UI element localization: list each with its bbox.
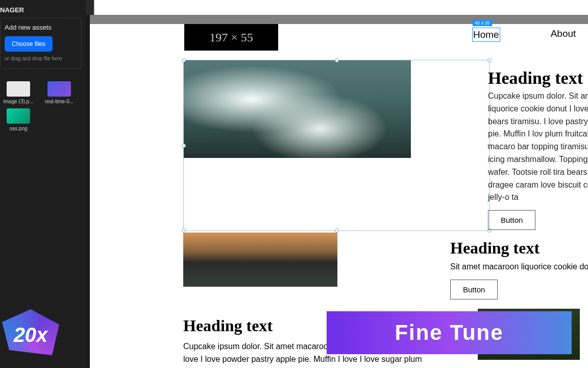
dropzone-hint: or drag and drop file here — [5, 56, 77, 61]
cta-button[interactable]: Button — [488, 210, 535, 230]
nav-link-about[interactable]: About — [551, 28, 576, 41]
fine-tune-overlay: Fine Tune — [327, 311, 572, 354]
selection-size-badge: 45 x 25 — [473, 20, 492, 26]
tab-newpage[interactable]: NewPage × — [86, 0, 588, 15]
resize-handle[interactable] — [182, 144, 186, 148]
cta-button[interactable]: Button — [450, 280, 498, 300]
asset-item[interactable]: oss.png — [0, 108, 37, 131]
body-text[interactable]: Cupcake ipsum dolor. Sit am liquorice co… — [488, 90, 588, 204]
resize-handle[interactable] — [335, 228, 339, 233]
content-block-1[interactable]: Heading text Cupcake ipsum dolor. Sit am… — [488, 68, 588, 230]
asset-item[interactable]: image (3).p... — [0, 81, 37, 104]
asset-filename: real-time-0... — [45, 99, 74, 104]
content-block-2[interactable]: Heading text Sit amet macaroon liquorice… — [450, 239, 588, 300]
body-text[interactable]: Sit amet macaroon liquorice cookie do lo… — [450, 261, 588, 273]
page-tabs: NewPage × Compone... NewPage1 — [86, 0, 588, 15]
twentyx-badge: 20x — [0, 309, 66, 360]
asset-thumbnail — [7, 108, 30, 124]
twentyx-label: 20x — [14, 324, 48, 347]
asset-item[interactable]: real-time-0... — [41, 81, 78, 104]
asset-filename: image (3).p... — [4, 99, 34, 104]
resize-handle[interactable] — [182, 58, 186, 62]
selection-frame[interactable] — [183, 60, 490, 231]
heading[interactable]: Heading text — [450, 239, 588, 258]
resize-handle[interactable] — [182, 228, 186, 233]
section-image-road[interactable] — [183, 233, 337, 287]
resize-handle[interactable] — [335, 58, 339, 62]
logo-placeholder[interactable]: 197 × 55 — [184, 24, 278, 51]
site-nav: 45 x 25 Home About — [473, 28, 576, 41]
choose-files-button[interactable]: Choose files — [5, 36, 53, 52]
asset-dropzone[interactable]: Add new assets Choose files or drag and … — [0, 18, 82, 69]
nav-home-label: Home — [473, 29, 499, 40]
panel-title: NAGER — [0, 6, 82, 18]
heading[interactable]: Heading text — [488, 68, 588, 88]
resize-handle[interactable] — [487, 58, 492, 62]
dropzone-heading: Add new assets — [5, 24, 77, 31]
asset-thumbnail — [7, 81, 30, 97]
asset-grid: image (3).p... real-time-0... oss.png — [0, 81, 82, 131]
nav-link-home[interactable]: 45 x 25 Home — [473, 28, 500, 41]
asset-filename: oss.png — [9, 126, 27, 131]
asset-thumbnail — [47, 81, 71, 97]
